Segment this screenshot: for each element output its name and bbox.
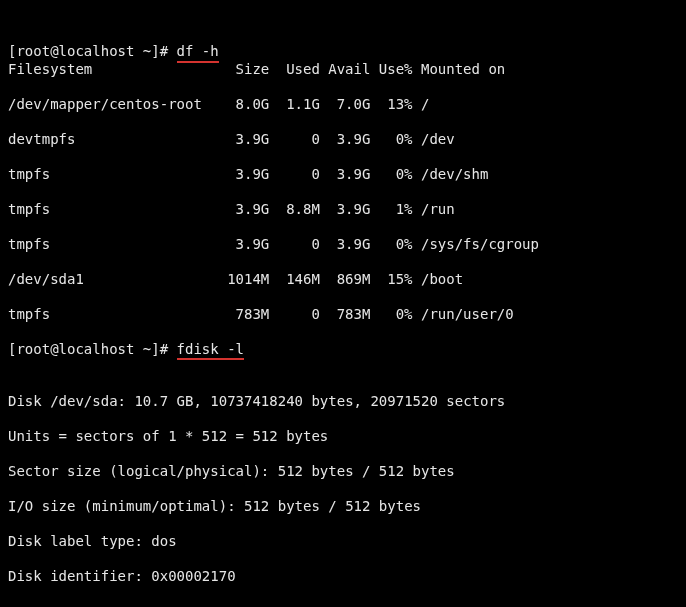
command-fdisk: fdisk -l bbox=[177, 341, 244, 359]
df-cell: /run/user/0 bbox=[413, 306, 514, 324]
df-cell: tmpfs bbox=[8, 306, 227, 324]
df-cell: /sys/fs/cgroup bbox=[413, 236, 539, 254]
df-cell: 783M bbox=[320, 306, 371, 324]
df-cell: devtmpfs bbox=[8, 131, 227, 149]
prompt-line-2: [root@localhost ~]# fdisk -l bbox=[8, 341, 244, 357]
df-row: devtmpfs3.9G03.9G0%/dev bbox=[8, 131, 680, 149]
df-cell: 146M bbox=[269, 271, 320, 289]
df-h-filesystem: Filesystem bbox=[8, 61, 227, 79]
df-cell: 1% bbox=[370, 201, 412, 219]
fdisk-sda-line: I/O size (minimum/optimal): 512 bytes / … bbox=[8, 498, 680, 516]
command-text: df -h bbox=[177, 43, 219, 59]
shell-prompt: [root@localhost ~]# bbox=[8, 43, 177, 59]
df-h-usepct: Use% bbox=[370, 61, 412, 79]
df-row: /dev/sda11014M146M869M15%/boot bbox=[8, 271, 680, 289]
df-h-used: Used bbox=[269, 61, 320, 79]
df-cell: 0 bbox=[269, 166, 320, 184]
df-cell: 869M bbox=[320, 271, 371, 289]
fdisk-sda-line: Disk label type: dos bbox=[8, 533, 680, 551]
df-cell: 0 bbox=[269, 131, 320, 149]
fdisk-sda-line: Disk identifier: 0x00002170 bbox=[8, 568, 680, 586]
df-cell: /boot bbox=[413, 271, 464, 289]
df-row: /dev/mapper/centos-root8.0G1.1G7.0G13%/ bbox=[8, 96, 680, 114]
df-h-size: Size bbox=[227, 61, 269, 79]
blank-line bbox=[8, 603, 680, 607]
df-cell: 8.0G bbox=[227, 96, 269, 114]
fdisk-sda-line: Sector size (logical/physical): 512 byte… bbox=[8, 463, 680, 481]
df-header-row: FilesystemSizeUsedAvailUse%Mounted on bbox=[8, 61, 680, 79]
df-cell: 3.9G bbox=[227, 236, 269, 254]
fdisk-sda-line: Disk /dev/sda: 10.7 GB, 10737418240 byte… bbox=[8, 393, 680, 411]
df-cell: tmpfs bbox=[8, 201, 227, 219]
df-h-avail: Avail bbox=[320, 61, 371, 79]
df-cell: /dev/mapper/centos-root bbox=[8, 96, 227, 114]
df-cell: tmpfs bbox=[8, 236, 227, 254]
df-cell: 3.9G bbox=[320, 201, 371, 219]
df-h-mounted: Mounted on bbox=[413, 61, 506, 79]
df-cell: 1.1G bbox=[269, 96, 320, 114]
fdisk-sda-line: Units = sectors of 1 * 512 = 512 bytes bbox=[8, 428, 680, 446]
df-cell: 13% bbox=[370, 96, 412, 114]
df-cell: /dev/shm bbox=[413, 166, 489, 184]
df-cell: 1014M bbox=[227, 271, 269, 289]
df-cell: 3.9G bbox=[320, 131, 371, 149]
df-cell: /dev bbox=[413, 131, 455, 149]
df-row: tmpfs783M0783M0%/run/user/0 bbox=[8, 306, 680, 324]
df-cell: 0 bbox=[269, 236, 320, 254]
df-row: tmpfs3.9G8.8M3.9G1%/run bbox=[8, 201, 680, 219]
command-df: df -h bbox=[177, 43, 219, 61]
df-cell: 7.0G bbox=[320, 96, 371, 114]
df-cell: 3.9G bbox=[227, 201, 269, 219]
shell-prompt: [root@localhost ~]# bbox=[8, 341, 177, 357]
df-cell: 0 bbox=[269, 306, 320, 324]
annotation-underline-icon bbox=[177, 358, 244, 360]
df-cell: 8.8M bbox=[269, 201, 320, 219]
df-cell: 3.9G bbox=[227, 131, 269, 149]
df-cell: 15% bbox=[370, 271, 412, 289]
df-cell: 0% bbox=[370, 166, 412, 184]
df-row: tmpfs3.9G03.9G0%/dev/shm bbox=[8, 166, 680, 184]
terminal-output[interactable]: [root@localhost ~]# df -h FilesystemSize… bbox=[0, 0, 686, 607]
df-cell: tmpfs bbox=[8, 166, 227, 184]
blank-line bbox=[8, 358, 680, 376]
df-cell: 783M bbox=[227, 306, 269, 324]
df-cell: 0% bbox=[370, 306, 412, 324]
df-cell: 0% bbox=[370, 236, 412, 254]
df-cell: 3.9G bbox=[320, 236, 371, 254]
df-cell: / bbox=[413, 96, 430, 114]
df-cell: /dev/sda1 bbox=[8, 271, 227, 289]
df-cell: 0% bbox=[370, 131, 412, 149]
prompt-line-1: [root@localhost ~]# df -h bbox=[8, 43, 219, 59]
df-row: tmpfs3.9G03.9G0%/sys/fs/cgroup bbox=[8, 236, 680, 254]
df-cell: 3.9G bbox=[320, 166, 371, 184]
df-cell: /run bbox=[413, 201, 455, 219]
annotation-underline-icon bbox=[177, 61, 219, 63]
df-cell: 3.9G bbox=[227, 166, 269, 184]
command-text: fdisk -l bbox=[177, 341, 244, 357]
